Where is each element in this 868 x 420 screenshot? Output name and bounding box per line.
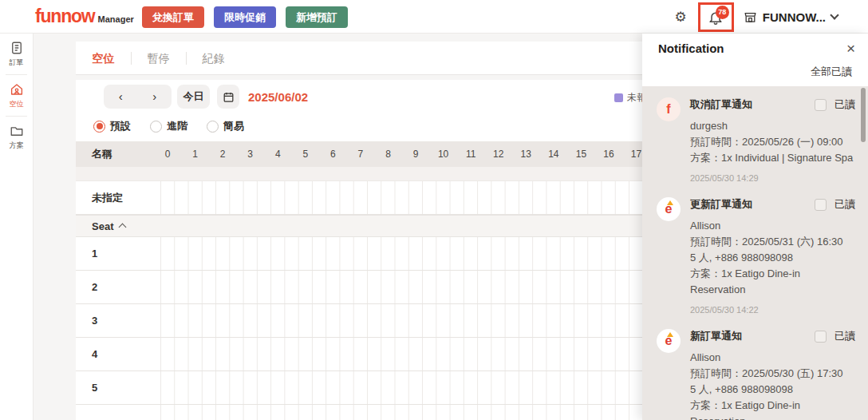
read-label: 已讀 bbox=[834, 97, 855, 112]
prev-day-button[interactable]: ‹ bbox=[104, 85, 138, 109]
eatigo-crown-icon bbox=[667, 200, 673, 205]
notification-bell-highlight-box: 78 bbox=[698, 2, 734, 32]
eatigo-icon: e bbox=[657, 197, 681, 221]
notification-detail-line: 5 人, +886 988098098 bbox=[690, 250, 855, 266]
notification-detail-line: durgesh bbox=[690, 118, 855, 134]
header-actions: 兌換訂單 限時促銷 新增預訂 bbox=[142, 6, 348, 28]
hour-label: 8 bbox=[381, 141, 395, 167]
notification-detail-line: 方案：1x Eatigo Dine-in Reservation bbox=[690, 266, 855, 298]
next-day-button[interactable]: › bbox=[138, 85, 172, 109]
row-label: 5 bbox=[76, 371, 160, 404]
hour-label: 5 bbox=[298, 141, 313, 167]
sidebar-item-orders[interactable]: 訂單 bbox=[0, 34, 33, 74]
read-checkbox[interactable] bbox=[815, 99, 827, 111]
notification-timestamp: 2025/05/30 14:29 bbox=[690, 173, 855, 183]
hour-label: 13 bbox=[519, 141, 533, 167]
radio-advanced[interactable]: 進階 bbox=[150, 119, 187, 133]
funnow-logo: funnow Manager bbox=[35, 6, 134, 27]
notification-timestamp: 2025/05/30 14:22 bbox=[690, 305, 855, 315]
row-label: 2 bbox=[76, 271, 160, 303]
notification-item[interactable]: e新訂單通知已讀Allison預訂時間：2025/05/30 (五) 17:30… bbox=[657, 329, 855, 420]
orders-document-icon bbox=[10, 41, 24, 55]
radio-dot bbox=[93, 121, 105, 133]
read-checkbox[interactable] bbox=[815, 331, 827, 343]
header-right: ⚙ 78 FUNNOW... bbox=[675, 0, 838, 34]
notification-detail-line: 預訂時間：2025/05/31 (六) 16:30 bbox=[690, 234, 855, 250]
hour-label: 9 bbox=[408, 141, 423, 167]
store-selector[interactable]: FUNNOW... bbox=[744, 10, 838, 24]
current-date[interactable]: 2025/06/02 bbox=[248, 90, 308, 104]
radio-default[interactable]: 預設 bbox=[93, 119, 131, 133]
sidebar-item-label: 方案 bbox=[10, 141, 24, 151]
logo-manager-label: Manager bbox=[98, 14, 134, 24]
read-label: 已讀 bbox=[834, 329, 855, 343]
redeem-order-button[interactable]: 兌換訂單 bbox=[142, 6, 204, 28]
no-show-color-swatch bbox=[614, 93, 623, 102]
add-booking-button[interactable]: 新增預訂 bbox=[286, 6, 348, 28]
name-column-header: 名稱 bbox=[76, 141, 160, 167]
settings-gear-icon[interactable]: ⚙ bbox=[675, 10, 687, 24]
logo-text: funnow bbox=[35, 6, 95, 27]
radio-simple[interactable]: 簡易 bbox=[207, 119, 244, 133]
notification-title: Notification bbox=[658, 42, 846, 55]
hour-label: 10 bbox=[436, 141, 451, 167]
notification-detail-line: 方案：1x Eatigo Dine-in Reservation bbox=[690, 398, 855, 420]
sidebar-item-label: 訂單 bbox=[10, 57, 24, 68]
hour-label: 0 bbox=[160, 141, 175, 167]
mark-all-read-button[interactable]: 全部已讀 bbox=[642, 62, 868, 86]
hour-label: 1 bbox=[188, 141, 203, 167]
hour-label: 16 bbox=[602, 141, 616, 167]
notification-detail-line: Allison bbox=[690, 350, 855, 366]
notification-item-title: 更新訂單通知 bbox=[690, 197, 815, 212]
row-label: 3 bbox=[76, 304, 160, 337]
notification-count-badge: 78 bbox=[716, 6, 729, 19]
row-label bbox=[76, 405, 160, 420]
hour-label: 7 bbox=[353, 141, 368, 167]
hour-label: 2 bbox=[215, 141, 230, 167]
tab-pause[interactable]: 暫停 bbox=[131, 42, 186, 74]
app-header: funnow Manager 兌換訂單 限時促銷 新增預訂 ⚙ 78 bbox=[0, 0, 868, 34]
notification-detail-line: 方案：1x Individual | Signature Spa bbox=[690, 150, 855, 166]
flash-promo-button[interactable]: 限時促銷 bbox=[214, 6, 276, 28]
plans-folder-icon bbox=[10, 124, 24, 138]
row-label: 4 bbox=[76, 338, 160, 370]
funnow-icon: f bbox=[657, 97, 681, 121]
hour-label: 4 bbox=[270, 141, 285, 167]
calendar-button[interactable] bbox=[217, 85, 239, 109]
notification-header: Notification × bbox=[642, 34, 868, 62]
radio-label: 進階 bbox=[167, 119, 187, 133]
hour-label: 3 bbox=[243, 141, 258, 167]
eatigo-icon: e bbox=[657, 329, 681, 353]
chevron-up-icon bbox=[119, 224, 127, 232]
sidebar-item-plans[interactable]: 方案 bbox=[0, 117, 33, 157]
tab-seats[interactable]: 空位 bbox=[76, 42, 131, 74]
sidebar-nav: 訂單 空位 方案 bbox=[0, 34, 34, 420]
sidebar-item-label: 空位 bbox=[10, 99, 24, 109]
notification-panel: Notification × 全部已讀 f取消訂單通知已讀durgesh預訂時間… bbox=[642, 34, 868, 420]
close-icon[interactable]: × bbox=[846, 41, 855, 56]
notification-detail-line: 5 人, +886 988098098 bbox=[690, 382, 855, 398]
notification-scrollbar[interactable] bbox=[861, 88, 866, 142]
radio-dot bbox=[207, 121, 219, 133]
notification-item[interactable]: f取消訂單通知已讀durgesh預訂時間：2025/05/26 (一) 09:0… bbox=[657, 97, 855, 183]
radio-label: 簡易 bbox=[223, 119, 244, 133]
row-label: 未指定 bbox=[76, 181, 160, 214]
today-button[interactable]: 今日 bbox=[177, 85, 210, 109]
seats-house-icon bbox=[10, 82, 24, 97]
radio-dot bbox=[150, 121, 162, 133]
read-checkbox[interactable] bbox=[815, 199, 827, 211]
sidebar-item-seats[interactable]: 空位 bbox=[0, 75, 33, 116]
row-label[interactable]: Seat bbox=[76, 216, 160, 236]
hour-label: 11 bbox=[464, 141, 478, 167]
radio-label: 預設 bbox=[110, 119, 131, 133]
notification-list: f取消訂單通知已讀durgesh預訂時間：2025/05/26 (一) 09:0… bbox=[642, 86, 868, 420]
hour-label: 15 bbox=[574, 141, 588, 167]
hour-label: 14 bbox=[546, 141, 561, 167]
tab-records[interactable]: 紀錄 bbox=[186, 42, 241, 74]
notification-item[interactable]: e更新訂單通知已讀Allison預訂時間：2025/05/31 (六) 16:3… bbox=[657, 197, 855, 315]
date-pager: ‹ › bbox=[104, 85, 172, 109]
eatigo-crown-icon bbox=[667, 332, 673, 337]
store-name: FUNNOW... bbox=[763, 10, 826, 24]
calendar-icon bbox=[223, 91, 235, 103]
notification-detail-line: 預訂時間：2025/05/26 (一) 09:00 bbox=[690, 134, 855, 150]
